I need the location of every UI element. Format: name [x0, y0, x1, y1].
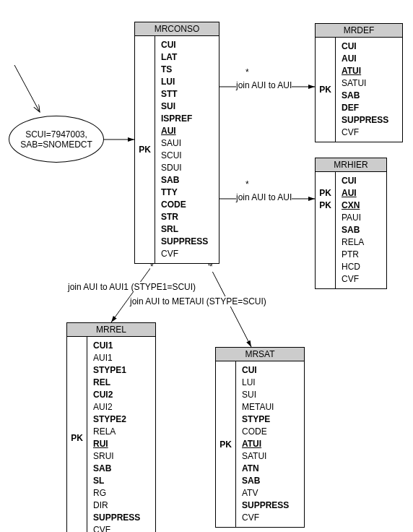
entity-mrsat: MRSAT PK CUILUISUIMETAUISTYPECODEATUISAT… — [215, 347, 305, 528]
pk-label2: PK — [319, 200, 331, 212]
pk-label: PK — [319, 85, 331, 95]
field-rg: RG — [93, 487, 140, 499]
fields-mrconso: CUILATTSLUISTTSUIISPREFAUISAUISCUISDUISA… — [155, 36, 214, 263]
field-code: CODE — [161, 199, 208, 211]
field-aui1: AUI1 — [93, 352, 140, 364]
field-sui: SUI — [161, 100, 208, 113]
field-code: CODE — [242, 426, 289, 438]
field-rui: RUI — [93, 438, 140, 450]
field-sab: SAB — [342, 224, 364, 236]
field-paui: PAUI — [342, 212, 364, 224]
field-str: STR — [161, 211, 208, 223]
field-stt: STT — [161, 88, 208, 100]
field-satui: SATUI — [342, 77, 388, 90]
field-cui1: CUI1 — [93, 340, 140, 352]
field-sab: SAB — [93, 463, 140, 475]
join-label-mrrel: join AUI to AUI1 (STYPE1=SCUI) — [68, 282, 196, 292]
field-sui: SUI — [242, 389, 289, 401]
entity-mrsat-title: MRSAT — [216, 348, 304, 361]
field-stype2: STYPE2 — [93, 413, 140, 426]
field-cvf: CVF — [342, 126, 388, 139]
star-top: * — [245, 67, 249, 77]
field-cxn: CXN — [342, 200, 364, 212]
field-cvf: CVF — [342, 273, 364, 286]
join-label-mrhier: join AUI to AUI — [236, 192, 292, 202]
entity-mrdef-title: MRDEF — [316, 24, 402, 38]
field-rela: RELA — [93, 426, 140, 438]
field-lui: LUI — [242, 377, 289, 389]
field-atui: ATUI — [242, 438, 289, 450]
field-ptr: PTR — [342, 249, 364, 261]
field-atui: ATUI — [342, 65, 388, 77]
pk-label: PK — [219, 439, 232, 450]
field-satui: SATUI — [242, 450, 289, 463]
field-sab: SAB — [161, 174, 208, 186]
input-line2: SAB=SNOMEDCT — [20, 140, 92, 150]
field-cui2: CUI2 — [93, 389, 140, 401]
svg-line-0 — [14, 65, 40, 112]
field-aui: AUI — [342, 187, 364, 200]
field-ispref: ISPREF — [161, 113, 208, 125]
field-sab: SAB — [342, 90, 388, 102]
field-atv: ATV — [242, 487, 289, 499]
fields-mrrel: CUI1AUI1STYPE1RELCUI2AUI2STYPE2RELARUISR… — [87, 337, 146, 532]
entity-mrconso: MRCONSO PK CUILATTSLUISTTSUIISPREFAUISAU… — [134, 22, 219, 264]
field-scui: SCUI — [161, 150, 208, 162]
join-label-mrsat: join AUI to METAUI (STYPE=SCUI) — [130, 296, 266, 306]
field-suppress: SUPPRESS — [242, 499, 289, 512]
field-suppress: SUPPRESS — [161, 236, 208, 248]
field-srl: SRL — [161, 223, 208, 236]
field-stype: STYPE — [242, 413, 289, 426]
field-rel: REL — [93, 377, 140, 389]
field-cui: CUI — [342, 175, 364, 187]
field-lat: LAT — [161, 51, 208, 64]
fields-mrdef: CUIAUIATUISATUISABDEFSUPPRESSCVF — [336, 38, 394, 142]
field-cui: CUI — [242, 364, 289, 377]
field-sdui: SDUI — [161, 162, 208, 174]
entity-mrhier: MRHIER PK PK CUIAUICXNPAUISABRELAPTRHCDC… — [315, 158, 387, 289]
field-aui: AUI — [342, 53, 388, 65]
field-def: DEF — [342, 102, 388, 114]
pk-label1: PK — [319, 187, 331, 200]
fields-mrsat: CUILUISUIMETAUISTYPECODEATUISATUIATNSABA… — [236, 361, 295, 527]
entity-mrdef: MRDEF PK CUIAUIATUISATUISABDEFSUPPRESSCV… — [315, 23, 403, 142]
field-cui: CUI — [342, 40, 388, 53]
field-aui2: AUI2 — [93, 401, 140, 413]
field-cvf: CVF — [161, 248, 208, 260]
field-hcd: HCD — [342, 261, 364, 273]
field-atn: ATN — [242, 463, 289, 475]
field-aui: AUI — [161, 125, 208, 137]
field-cvf: CVF — [242, 512, 289, 524]
fields-mrhier: CUIAUICXNPAUISABRELAPTRHCDCVF — [336, 172, 370, 288]
field-sab: SAB — [242, 475, 289, 487]
star-mid: * — [245, 179, 249, 189]
field-srui: SRUI — [93, 450, 140, 463]
field-ts: TS — [161, 64, 208, 76]
pk-label: PK — [139, 145, 151, 155]
field-rela: RELA — [342, 236, 364, 249]
field-sl: SL — [93, 475, 140, 487]
entity-mrrel: MRREL PK CUI1AUI1STYPE1RELCUI2AUI2STYPE2… — [66, 322, 156, 532]
field-cui: CUI — [161, 39, 208, 51]
field-cvf: CVF — [93, 524, 140, 532]
field-dir: DIR — [93, 499, 140, 512]
entity-mrconso-title: MRCONSO — [135, 22, 219, 36]
entity-mrrel-title: MRREL — [67, 323, 155, 337]
field-stype1: STYPE1 — [93, 364, 140, 377]
field-lui: LUI — [161, 76, 208, 88]
entity-mrhier-title: MRHIER — [316, 158, 386, 172]
field-saui: SAUI — [161, 137, 208, 150]
field-tty: TTY — [161, 186, 208, 199]
input-node: SCUI=7947003, SAB=SNOMEDCT — [9, 116, 104, 163]
join-label-mrdef: join AUI to AUI — [236, 80, 292, 90]
input-line1: SCUI=7947003, — [25, 129, 87, 140]
pk-label: PK — [71, 433, 83, 443]
field-suppress: SUPPRESS — [342, 114, 388, 126]
field-metaui: METAUI — [242, 401, 289, 413]
field-suppress: SUPPRESS — [93, 512, 140, 524]
